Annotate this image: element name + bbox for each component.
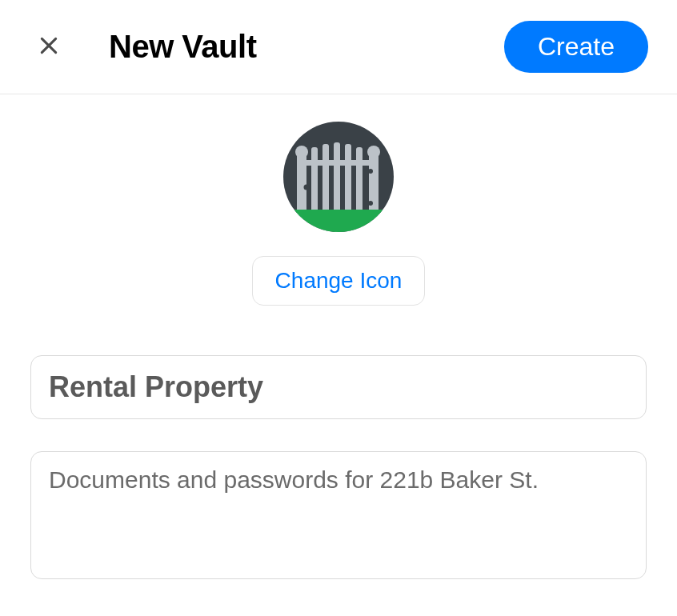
svg-point-11 (295, 146, 308, 158)
page-title: New Vault (109, 29, 256, 65)
vault-name-input[interactable] (30, 355, 647, 419)
svg-point-15 (304, 185, 310, 190)
close-icon (38, 35, 59, 58)
create-button[interactable]: Create (504, 21, 648, 73)
svg-point-14 (368, 201, 373, 206)
header: New Vault Create (0, 0, 677, 94)
content-area: Change Icon (0, 94, 677, 610)
form-area (30, 355, 647, 582)
icon-ground (283, 210, 394, 232)
vault-description-input[interactable] (30, 451, 647, 579)
svg-point-13 (368, 169, 373, 174)
close-button[interactable] (38, 35, 59, 58)
change-icon-button[interactable]: Change Icon (252, 256, 426, 306)
svg-point-12 (367, 146, 380, 158)
vault-icon-preview (283, 122, 394, 232)
